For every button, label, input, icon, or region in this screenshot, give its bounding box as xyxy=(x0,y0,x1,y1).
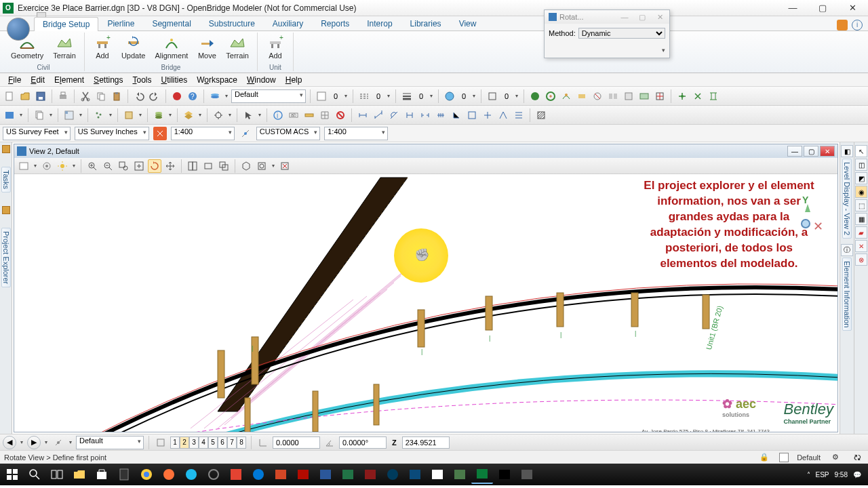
pointcloud-icon[interactable] xyxy=(92,108,106,122)
add-unit-button[interactable]: +Add xyxy=(262,33,289,61)
layer-drop-icon[interactable] xyxy=(208,89,222,103)
minimize-button[interactable]: — xyxy=(784,2,802,14)
unit1-select[interactable]: US Survey Feet xyxy=(3,127,71,140)
geo-tool5-icon[interactable] xyxy=(591,89,604,103)
tab-reports[interactable]: Reports xyxy=(312,16,358,30)
explorer-pin-icon[interactable] xyxy=(2,206,10,214)
tab-auxiliary[interactable]: Auxiliary xyxy=(264,16,312,30)
page-7[interactable]: 7 xyxy=(227,436,237,449)
transparency-dd[interactable]: ▾ xyxy=(471,93,477,99)
priority-dd[interactable]: ▾ xyxy=(514,93,519,99)
x-input[interactable] xyxy=(273,436,320,449)
measure-icon[interactable] xyxy=(302,108,316,122)
element-template-select[interactable]: Default xyxy=(76,436,144,449)
open-icon[interactable] xyxy=(18,89,32,103)
help-icon[interactable]: ? xyxy=(186,89,199,103)
save-icon[interactable] xyxy=(34,89,47,103)
dim6-icon[interactable] xyxy=(434,108,448,122)
view-brightness-dd[interactable]: ▾ xyxy=(71,163,77,169)
tray-notifications-icon[interactable]: 💬 xyxy=(853,471,861,479)
snap-mode-dd[interactable]: ▾ xyxy=(68,439,73,445)
menu-file[interactable]: File xyxy=(4,75,25,85)
geo-tool9-icon[interactable] xyxy=(653,89,667,103)
cell-icon[interactable] xyxy=(122,108,136,122)
search-taskbar-icon[interactable] xyxy=(24,465,45,484)
scale2-select[interactable]: 1:400 xyxy=(324,127,388,140)
excel-taskbar-icon[interactable] xyxy=(337,465,359,484)
acs-select[interactable]: CUSTOM ACS xyxy=(256,127,321,140)
geo-tool1-icon[interactable] xyxy=(528,89,542,103)
dim7-icon[interactable] xyxy=(450,108,463,122)
dim8-icon[interactable] xyxy=(465,108,479,122)
layer-drop-arrow[interactable]: ▾ xyxy=(224,93,229,99)
rd-tool-7[interactable]: ▰ xyxy=(855,226,867,239)
view-prev-icon[interactable] xyxy=(186,159,199,173)
taskview-icon[interactable] xyxy=(46,465,68,484)
history-fwd-dd[interactable]: ▾ xyxy=(43,439,49,445)
ribbon-rss-icon[interactable] xyxy=(837,20,848,30)
redo-icon[interactable] xyxy=(148,89,161,103)
close-button[interactable]: ✕ xyxy=(844,2,861,14)
app-logo[interactable] xyxy=(7,18,30,41)
view-attr-icon[interactable] xyxy=(17,159,31,173)
dim4-icon[interactable] xyxy=(403,108,416,122)
tab-segmental[interactable]: Segmental xyxy=(143,16,199,30)
ref-icon[interactable] xyxy=(33,108,46,122)
rd-tool-2[interactable]: ◫ xyxy=(855,159,867,171)
dialog-restore[interactable]: ▢ xyxy=(637,13,648,22)
clear-clip-icon[interactable] xyxy=(278,159,292,173)
scale1-select[interactable]: 1:400 xyxy=(171,127,235,140)
linestyle-dd[interactable]: ▾ xyxy=(386,93,391,99)
globe-icon[interactable] xyxy=(443,89,456,103)
powerpoint-taskbar-icon[interactable] xyxy=(270,465,292,484)
linestyle-icon[interactable] xyxy=(357,89,371,103)
tasks-panel-tab[interactable]: Tasks xyxy=(1,167,11,192)
settings-taskbar-icon[interactable] xyxy=(203,465,224,484)
levels-dd[interactable]: ▾ xyxy=(167,112,173,118)
acs-icon[interactable] xyxy=(239,127,252,140)
calc-taskbar-icon[interactable] xyxy=(113,465,135,484)
dim3-icon[interactable] xyxy=(387,108,401,122)
acrobat-taskbar-icon[interactable] xyxy=(292,465,314,484)
dim9-icon[interactable] xyxy=(481,108,494,122)
snap-tool-icon[interactable] xyxy=(212,108,225,122)
edge-taskbar-icon[interactable] xyxy=(248,465,269,484)
weight-dd[interactable]: ▾ xyxy=(429,93,434,99)
clip-mask-dd[interactable]: ▾ xyxy=(271,163,276,169)
terrain-bridge-button[interactable]: Terrain xyxy=(222,33,253,61)
rd-icon-2[interactable]: ⓘ xyxy=(841,244,853,256)
page-6[interactable]: 6 xyxy=(218,436,227,449)
explorer-taskbar-icon[interactable] xyxy=(68,465,90,484)
firefox-taskbar-icon[interactable] xyxy=(158,465,180,484)
geo-tool7-icon[interactable] xyxy=(622,89,635,103)
zoom-out-icon[interactable] xyxy=(101,159,115,173)
accudraw-icon[interactable] xyxy=(154,436,167,449)
page-8[interactable]: 8 xyxy=(237,436,246,449)
stop-icon[interactable] xyxy=(170,89,184,103)
zoom-window-icon[interactable] xyxy=(117,159,130,173)
rd-tool-3[interactable]: ◩ xyxy=(855,172,867,184)
print-icon[interactable] xyxy=(56,89,70,103)
store-taskbar-icon[interactable] xyxy=(91,465,113,484)
tab-view[interactable]: View xyxy=(450,16,486,30)
page-3[interactable]: 3 xyxy=(189,436,199,449)
project-explorer-tab[interactable]: Project Explorer xyxy=(1,228,11,287)
app-taskbar-icon-6[interactable] xyxy=(516,465,538,484)
todoist-taskbar-icon[interactable] xyxy=(225,465,247,484)
zoom-in-icon[interactable] xyxy=(85,159,99,173)
ref-dd[interactable]: ▾ xyxy=(48,112,54,118)
menu-settings[interactable]: Settings xyxy=(90,75,127,85)
status-refresh-icon[interactable]: 🗘 xyxy=(850,451,864,464)
view-attr-dd[interactable]: ▾ xyxy=(33,163,38,169)
ribbon-help-icon[interactable]: i xyxy=(852,20,863,30)
dialog-close[interactable]: ✕ xyxy=(654,13,665,22)
rotate-view-icon[interactable] xyxy=(148,159,161,173)
pick-icon[interactable] xyxy=(241,108,255,122)
geo-tool6-icon[interactable] xyxy=(606,89,620,103)
rd-tool-8[interactable]: ✕ xyxy=(855,240,867,252)
cut-icon[interactable] xyxy=(79,89,92,103)
history-back-dd[interactable]: ▾ xyxy=(19,439,24,445)
layers-dd[interactable]: ▾ xyxy=(197,112,203,118)
maximize-button[interactable]: ▢ xyxy=(814,2,831,14)
app-taskbar-icon-2[interactable] xyxy=(382,465,403,484)
